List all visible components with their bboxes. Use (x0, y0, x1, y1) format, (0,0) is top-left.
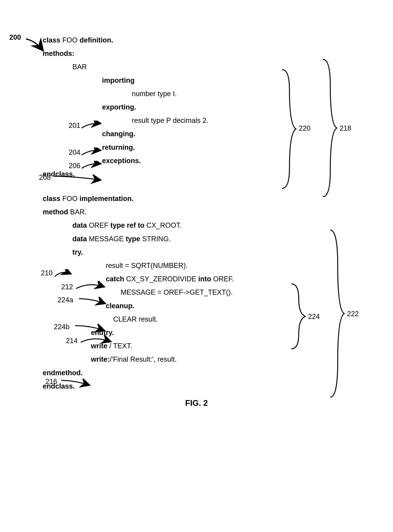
code-line: method BAR. (43, 205, 378, 219)
code-line: changing. (43, 127, 378, 140)
callout-214: 214 (66, 337, 78, 345)
diagram-container: 200 class FOO definition. methods: BAR i… (15, 33, 378, 393)
callout-208: 208 (39, 173, 51, 182)
code-listing: class FOO definition. methods: BAR impor… (43, 33, 378, 393)
callout-210: 210 (41, 269, 53, 277)
callout-204: 204 (69, 148, 80, 156)
callout-212: 212 (61, 283, 73, 291)
code-line: write:/'Final Result:', result. (43, 353, 378, 366)
figure-ref: 200 (9, 33, 21, 41)
code-line: number type I. (43, 87, 378, 100)
code-line: cleanup. (43, 299, 378, 312)
callout-224: 224 (308, 313, 320, 321)
code-line: methods: (43, 47, 378, 60)
code-line: endmethod. (43, 366, 378, 379)
code-line: data MESSAGE type STRING. (43, 232, 378, 246)
code-line: class FOO implementation. (43, 192, 378, 205)
code-line: write / TEXT. (43, 339, 378, 353)
code-line: endclass. (43, 379, 378, 393)
callout-222: 222 (347, 310, 359, 318)
code-line: result type P decimals 2. (43, 114, 378, 127)
figure-label: FIG. 2 (15, 398, 378, 408)
code-line: importing (43, 74, 378, 87)
callout-216: 216 (45, 378, 57, 386)
callout-201: 201 (69, 122, 80, 129)
code-line: BAR (43, 60, 378, 74)
code-line: MESSAGE = OREF->GET_TEXT(). (43, 286, 378, 299)
callout-206: 206 (69, 162, 80, 170)
code-line: catch CX_SY_ZERODIVIDE into OREF. (43, 272, 378, 286)
callout-218: 218 (339, 124, 351, 132)
callout-224a: 224a (58, 296, 73, 304)
code-line: endclass. (43, 167, 378, 181)
code-line: result = SQRT(NUMBER). (43, 259, 378, 272)
code-line: exporting. (43, 100, 378, 114)
code-line: endtry. (43, 326, 378, 339)
callout-220: 220 (299, 124, 310, 132)
code-line: exceptions. (43, 154, 378, 167)
code-line: returning. (43, 141, 378, 154)
code-line: CLEAR result. (43, 312, 378, 326)
code-line: try. (43, 246, 378, 259)
callout-224b: 224b (54, 323, 69, 331)
code-line: data OREF type ref to CX_ROOT. (43, 219, 378, 232)
code-line: class FOO definition. (43, 33, 378, 47)
